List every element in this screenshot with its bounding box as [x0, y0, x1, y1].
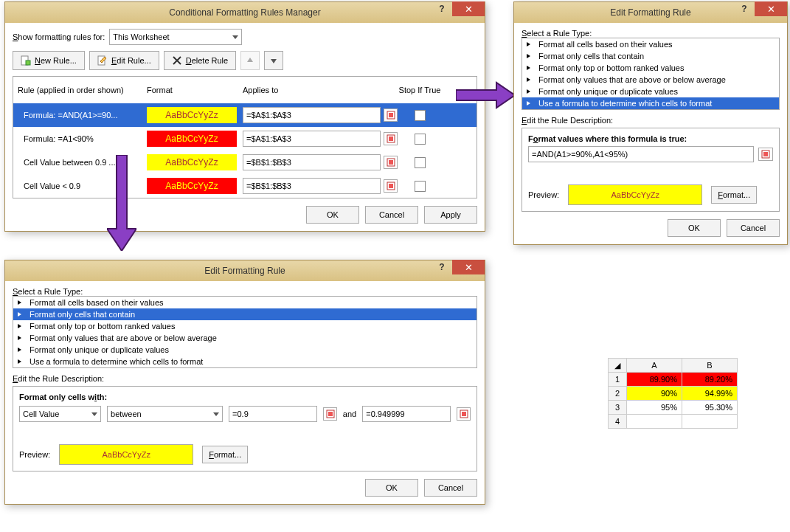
- move-down-button[interactable]: [264, 51, 283, 70]
- format-button[interactable]: Format...: [711, 186, 757, 204]
- desc-label: Edit the Rule Description:: [13, 374, 477, 383]
- svg-rect-8: [389, 160, 393, 165]
- rule-type-item[interactable]: Format only top or bottom ranked values: [522, 62, 779, 74]
- arrow-up-icon: [246, 57, 254, 64]
- rule-type-item[interactable]: Format only unique or duplicate values: [13, 344, 477, 356]
- svg-rect-6: [389, 137, 393, 141]
- ok-button[interactable]: OK: [365, 479, 418, 497]
- value2-input[interactable]: =0.949999: [362, 406, 451, 422]
- rule-type-item[interactable]: Format only values that are above or bel…: [522, 74, 779, 86]
- edit-rule-cells-dialog: Edit Formatting Rule ? ✕ Select a Rule T…: [4, 260, 485, 505]
- cell[interactable]: [627, 415, 682, 429]
- desc-label: Edit the Rule Description:: [522, 116, 780, 125]
- dialog-title: Edit Formatting Rule: [5, 266, 485, 276]
- edit-rule-formula-dialog: Edit Formatting Rule ? ✕ Select a Rule T…: [513, 1, 788, 245]
- corner-cell[interactable]: ◢: [609, 359, 627, 373]
- help-button[interactable]: ?: [432, 260, 452, 274]
- rule-description: Format values where this formula is true…: [522, 128, 780, 212]
- apply-button[interactable]: Apply: [424, 206, 477, 224]
- row-header[interactable]: 1: [609, 373, 627, 387]
- preview-sample: AaBbCcYyZz: [568, 184, 702, 205]
- cell[interactable]: 89.90%: [627, 373, 682, 387]
- row-header[interactable]: 3: [609, 401, 627, 415]
- rule-type-item[interactable]: Use a formula to determine which cells t…: [522, 97, 779, 109]
- edit-rule-icon: [97, 55, 108, 66]
- applies-to-input[interactable]: =$B$1:$B$3: [243, 178, 381, 194]
- cell[interactable]: 95.30%: [682, 401, 738, 415]
- applies-to-input[interactable]: =$A$1:$A$3: [243, 131, 381, 147]
- arrow-down-icon: [107, 155, 136, 251]
- rule-description: Format only cells with: Cell Value betwe…: [13, 386, 477, 471]
- range-select-button[interactable]: [384, 179, 398, 193]
- col-header[interactable]: A: [627, 359, 682, 373]
- stop-if-true-checkbox[interactable]: [415, 110, 426, 121]
- format-sample: AaBbCcYyZz: [147, 131, 237, 147]
- formula-input[interactable]: =AND(A1>=90%,A1<95%): [528, 146, 754, 162]
- condition-type-select[interactable]: Cell Value: [19, 406, 101, 422]
- format-sample: AaBbCcYyZz: [147, 178, 237, 194]
- close-button[interactable]: ✕: [755, 1, 787, 16]
- cell[interactable]: 90%: [627, 387, 682, 401]
- titlebar: Edit Formatting Rule ? ✕: [5, 260, 485, 281]
- stop-if-true-checkbox[interactable]: [415, 134, 426, 145]
- svg-rect-4: [389, 113, 393, 117]
- row-header[interactable]: 2: [609, 387, 627, 401]
- cancel-button[interactable]: Cancel: [424, 479, 477, 497]
- value1-input[interactable]: =0.9: [229, 406, 317, 422]
- ok-button[interactable]: OK: [306, 206, 359, 224]
- range-select-button[interactable]: [384, 132, 398, 145]
- stop-if-true-checkbox[interactable]: [415, 181, 426, 192]
- rule-type-item[interactable]: Format all cells based on their values: [522, 38, 779, 50]
- close-button[interactable]: ✕: [452, 260, 485, 274]
- and-label: and: [343, 410, 356, 418]
- rules-row[interactable]: Formula: =AND(A1>=90...AaBbCcYyZz=$A$1:$…: [13, 103, 477, 127]
- rule-type-item[interactable]: Format only cells that contain: [13, 308, 477, 320]
- rules-row[interactable]: Cell Value < 0.9AaBbCcYyZz=$B$1:$B$3: [13, 174, 477, 198]
- cancel-button[interactable]: Cancel: [727, 219, 780, 237]
- rule-type-item[interactable]: Format all cells based on their values: [13, 297, 477, 308]
- rule-type-item[interactable]: Use a formula to determine which cells t…: [13, 356, 477, 367]
- applies-to-input[interactable]: =$B$1:$B$3: [243, 154, 381, 170]
- rule-type-list[interactable]: Format all cells based on their valuesFo…: [522, 38, 780, 110]
- ok-button[interactable]: OK: [668, 219, 721, 237]
- arrow-down-icon: [270, 57, 277, 64]
- delete-icon: [172, 55, 182, 66]
- rule-type-item[interactable]: Format only top or bottom ranked values: [13, 320, 477, 332]
- applies-to-input[interactable]: =$A$1:$A$3: [243, 107, 381, 123]
- rule-type-item[interactable]: Format only values that are above or bel…: [13, 332, 477, 344]
- delete-rule-button[interactable]: Delete Rule: [164, 51, 237, 70]
- close-button[interactable]: ✕: [452, 1, 485, 16]
- format-sample: AaBbCcYyZz: [147, 107, 237, 123]
- format-sample: AaBbCcYyZz: [147, 154, 237, 170]
- svg-rect-1: [26, 61, 30, 65]
- cancel-button[interactable]: Cancel: [365, 206, 418, 224]
- range-select-button[interactable]: [384, 156, 398, 169]
- stop-if-true-checkbox[interactable]: [415, 157, 426, 168]
- range-select-button[interactable]: [323, 407, 337, 421]
- row-header[interactable]: 4: [609, 415, 627, 429]
- range-select-button[interactable]: [758, 148, 773, 161]
- range-select-button[interactable]: [457, 407, 471, 421]
- new-rule-button[interactable]: New Rule...: [13, 51, 85, 70]
- help-button[interactable]: ?: [432, 1, 452, 16]
- operator-select[interactable]: between: [107, 406, 223, 422]
- col-header[interactable]: B: [682, 359, 738, 373]
- cell[interactable]: [682, 415, 738, 429]
- help-button[interactable]: ?: [734, 1, 755, 16]
- format-button[interactable]: Format...: [202, 446, 248, 463]
- edit-rule-button[interactable]: Edit Rule...: [89, 51, 159, 70]
- scope-select[interactable]: This Worksheet: [109, 29, 242, 45]
- rule-type-item[interactable]: Format only cells that contain: [522, 50, 779, 62]
- rules-row[interactable]: Formula: =A1<90%AaBbCcYyZz=$A$1:$A$3: [13, 127, 477, 151]
- rule-type-list[interactable]: Format all cells based on their valuesFo…: [13, 296, 477, 368]
- rule-type-item[interactable]: Format only unique or duplicate values: [522, 86, 779, 97]
- cell[interactable]: 89.20%: [682, 373, 738, 387]
- cell[interactable]: 94.99%: [682, 387, 738, 401]
- rules-row[interactable]: Cell Value between 0.9 ...AaBbCcYyZz=$B$…: [13, 151, 477, 174]
- range-select-button[interactable]: [384, 108, 398, 122]
- worksheet-preview: ◢ A B 189.90%89.20%290%94.99%395%95.30%4: [608, 358, 738, 429]
- move-up-button[interactable]: [240, 51, 260, 70]
- rule-text: Formula: =A1<90%: [18, 134, 147, 143]
- formula-label: Format values where this formula is true…: [528, 134, 773, 143]
- cell[interactable]: 95%: [627, 401, 682, 415]
